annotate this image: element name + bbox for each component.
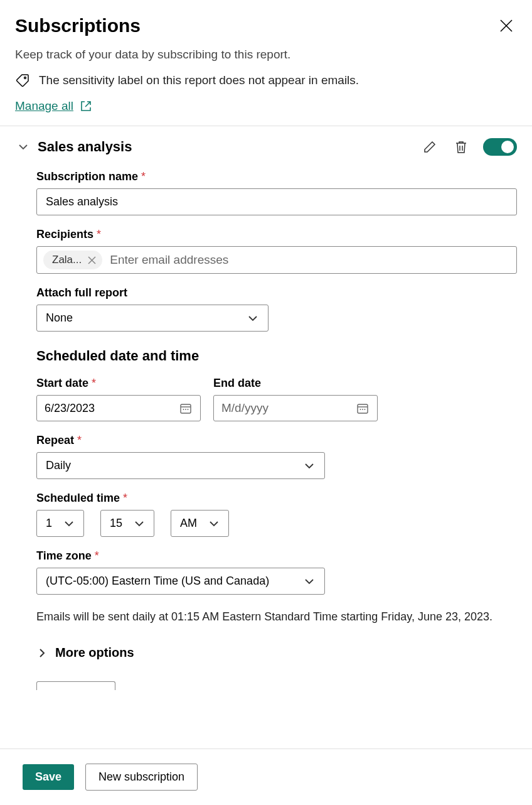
- external-link-icon: [80, 100, 92, 112]
- scheduled-time-label: Scheduled time *: [36, 492, 517, 505]
- save-button[interactable]: Save: [23, 764, 74, 790]
- repeat-label: Repeat *: [36, 434, 517, 447]
- svg-line-3: [85, 102, 90, 107]
- schedule-summary: Emails will be sent daily at 01:15 AM Ea…: [36, 608, 517, 625]
- time-minute-select[interactable]: 15: [100, 510, 154, 537]
- repeat-select[interactable]: Daily: [36, 452, 325, 479]
- timezone-label: Time zone *: [36, 549, 517, 563]
- svg-point-16: [362, 409, 363, 410]
- chevron-down-icon: [303, 575, 316, 588]
- partial-box: [36, 681, 115, 690]
- toggle-knob: [501, 141, 514, 153]
- svg-point-11: [185, 409, 186, 410]
- svg-point-12: [188, 409, 189, 410]
- chevron-down-icon: [247, 312, 259, 325]
- pencil-icon: [423, 140, 437, 154]
- chevron-down-icon: [134, 518, 145, 529]
- recipient-chip[interactable]: Zala...: [43, 251, 102, 269]
- chevron-down-icon: [18, 141, 29, 153]
- subscription-name-label: Subscription name *: [36, 170, 517, 183]
- chevron-right-icon: [36, 647, 48, 659]
- timezone-select[interactable]: (UTC-05:00) Eastern Time (US and Canada): [36, 568, 325, 595]
- end-date-input[interactable]: M/d/yyyy: [213, 395, 378, 421]
- recipients-placeholder: Enter email addresses: [110, 253, 228, 267]
- svg-point-10: [183, 409, 184, 410]
- svg-point-17: [364, 409, 366, 410]
- time-hour-select[interactable]: 1: [36, 510, 84, 537]
- manage-all-label: Manage all: [15, 99, 73, 113]
- chevron-down-icon: [63, 518, 75, 529]
- chevron-down-icon: [208, 518, 220, 529]
- edit-button[interactable]: [420, 138, 439, 156]
- svg-rect-8: [181, 404, 191, 413]
- svg-rect-13: [358, 404, 368, 413]
- page-title: Subscriptions: [15, 15, 141, 36]
- calendar-icon: [356, 401, 370, 415]
- attach-report-select[interactable]: None: [36, 305, 269, 332]
- subscription-name-input[interactable]: [36, 188, 517, 215]
- recipients-input[interactable]: Zala... Enter email addresses: [36, 246, 517, 274]
- sensitivity-note-row: The sensitivity label on this report doe…: [15, 73, 517, 88]
- recipients-label: Recipients *: [36, 228, 517, 241]
- collapse-toggle[interactable]: [15, 139, 31, 155]
- schedule-section-title: Scheduled date and time: [36, 348, 517, 364]
- tag-icon: [15, 73, 30, 88]
- close-icon: [499, 19, 513, 33]
- sensitivity-note: The sensitivity label on this report doe…: [39, 73, 359, 87]
- more-options-toggle[interactable]: More options: [36, 646, 517, 660]
- page-subtitle: Keep track of your data by subscribing t…: [15, 48, 517, 62]
- footer-bar: Save New subscription: [0, 748, 532, 805]
- start-date-label: Start date *: [36, 377, 201, 390]
- time-ampm-select[interactable]: AM: [171, 510, 229, 537]
- svg-point-15: [360, 409, 361, 410]
- new-subscription-button[interactable]: New subscription: [85, 764, 198, 791]
- chevron-down-icon: [303, 460, 316, 472]
- end-date-label: End date: [213, 377, 378, 390]
- remove-chip-button[interactable]: [88, 256, 96, 264]
- subscription-section-title: Sales analysis: [38, 139, 132, 155]
- svg-point-2: [24, 77, 26, 79]
- calendar-icon: [179, 401, 193, 415]
- x-icon: [88, 256, 96, 264]
- delete-button[interactable]: [452, 138, 471, 156]
- trash-icon: [454, 140, 468, 154]
- manage-all-link[interactable]: Manage all: [15, 99, 92, 113]
- enable-toggle[interactable]: [483, 138, 517, 156]
- close-button[interactable]: [496, 15, 517, 36]
- attach-report-label: Attach full report: [36, 286, 517, 300]
- start-date-input[interactable]: 6/23/2023: [36, 395, 201, 421]
